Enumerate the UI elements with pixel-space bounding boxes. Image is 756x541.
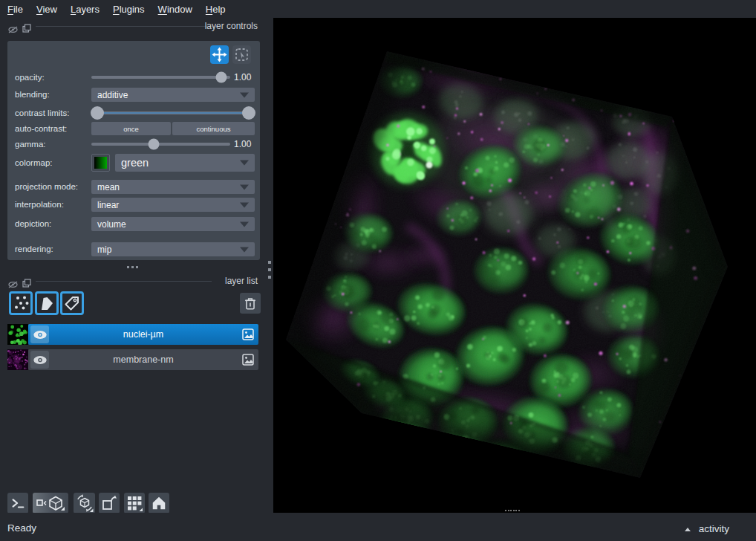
menu-plugins[interactable]: Plugins bbox=[113, 4, 145, 15]
image-layer-icon bbox=[242, 328, 254, 343]
menu-window[interactable]: Window bbox=[158, 4, 192, 15]
opacity-label: opacity: bbox=[15, 73, 45, 82]
menu-layers[interactable]: Layers bbox=[71, 4, 100, 15]
projection-mode-dropdown[interactable]: mean bbox=[91, 180, 255, 194]
console-icon bbox=[10, 495, 26, 511]
depiction-value: volume bbox=[97, 219, 126, 230]
gamma-slider-handle[interactable] bbox=[149, 139, 160, 150]
colormap-label: colormap: bbox=[15, 158, 53, 167]
hide-dock-icon[interactable] bbox=[8, 23, 18, 36]
contrast-limits-slider[interactable] bbox=[91, 111, 255, 114]
colormap-gradient bbox=[94, 157, 107, 169]
projection-mode-value: mean bbox=[97, 182, 120, 192]
activity-expand-icon bbox=[685, 528, 691, 531]
grid-icon bbox=[126, 494, 143, 512]
contrast-min-handle[interactable] bbox=[91, 106, 104, 120]
layer-thumbnail-membrane bbox=[7, 349, 28, 370]
console-button[interactable] bbox=[7, 493, 28, 514]
interpolation-dropdown[interactable]: linear bbox=[91, 198, 255, 212]
toggle-ndisplay-button[interactable] bbox=[33, 493, 68, 514]
contrast-limits-label: contrast limits: bbox=[15, 108, 70, 117]
viewer-canvas[interactable] bbox=[273, 18, 756, 513]
auto-contrast-once-button[interactable]: once bbox=[91, 122, 171, 135]
layer-controls-panel: opacity: 1.00 blending: additive contras… bbox=[7, 41, 260, 260]
grid-view-button[interactable] bbox=[124, 493, 145, 514]
chevron-down-icon bbox=[240, 92, 249, 97]
depiction-label: depiction: bbox=[15, 219, 51, 228]
contrast-range-fill bbox=[97, 112, 249, 114]
layer-list-dock-title: layer list bbox=[0, 276, 273, 288]
chevron-down-icon bbox=[240, 221, 249, 227]
rendering-label: rendering: bbox=[15, 244, 53, 253]
menu-file[interactable]: File bbox=[7, 4, 23, 15]
projection-mode-label: projection mode: bbox=[15, 182, 78, 191]
chevron-down-icon bbox=[240, 184, 249, 189]
shapes-icon bbox=[37, 294, 56, 313]
contrast-max-handle[interactable] bbox=[242, 106, 255, 120]
layer-list-title: layer list bbox=[225, 276, 258, 287]
dock-title-line bbox=[36, 26, 218, 27]
home-icon bbox=[151, 495, 167, 511]
transpose-icon bbox=[100, 494, 118, 512]
delete-layer-button[interactable] bbox=[240, 293, 261, 314]
interpolation-label: interpolation: bbox=[15, 200, 64, 209]
roll-dimensions-button[interactable] bbox=[74, 493, 95, 514]
new-points-layer-button[interactable] bbox=[9, 291, 33, 315]
continuous-label: continuous bbox=[197, 125, 231, 133]
colormap-value: green bbox=[121, 157, 149, 169]
opacity-slider-handle[interactable] bbox=[216, 72, 227, 83]
activity-button[interactable]: activity bbox=[699, 523, 729, 534]
layer-controls-dock-title: layer controls bbox=[0, 21, 273, 33]
interpolation-value: linear bbox=[97, 200, 119, 210]
gamma-slider[interactable] bbox=[91, 143, 230, 146]
gamma-label: gamma: bbox=[15, 140, 46, 149]
transform-button[interactable] bbox=[232, 45, 251, 64]
menu-view[interactable]: View bbox=[36, 4, 57, 15]
rendering-value: mip bbox=[97, 244, 111, 255]
layer-name: nuclei-µm bbox=[28, 324, 258, 345]
new-labels-layer-button[interactable] bbox=[60, 291, 84, 315]
image-layer-icon bbox=[242, 354, 254, 369]
blending-dropdown[interactable]: additive bbox=[91, 88, 255, 102]
transpose-dimensions-button[interactable] bbox=[99, 493, 120, 514]
home-button[interactable] bbox=[149, 493, 169, 514]
pan-zoom-button[interactable] bbox=[210, 45, 229, 64]
float-dock-icon[interactable] bbox=[22, 277, 31, 291]
trash-icon bbox=[242, 295, 258, 311]
menu-help[interactable]: Help bbox=[206, 4, 226, 15]
panel-resize-handle[interactable] bbox=[127, 266, 138, 268]
status-bar: Ready activity bbox=[0, 513, 756, 541]
canvas-resize-handle[interactable] bbox=[505, 510, 520, 511]
volume-rendering bbox=[273, 18, 756, 513]
depiction-dropdown[interactable]: volume bbox=[91, 217, 255, 231]
dock-title-line bbox=[36, 281, 212, 282]
opacity-slider[interactable] bbox=[91, 76, 230, 79]
blending-label: blending: bbox=[15, 90, 50, 99]
menu-bar: File View Layers Plugins Window Help bbox=[0, 0, 756, 18]
napari-window: { "menubar": { "items": ["File", "View",… bbox=[0, 0, 756, 541]
colormap-dropdown[interactable]: green bbox=[115, 154, 255, 172]
layer-thumbnail-nuclei bbox=[7, 324, 28, 345]
gamma-value: 1.00 bbox=[234, 139, 251, 149]
layer-controls-title: layer controls bbox=[205, 21, 258, 32]
colormap-swatch[interactable] bbox=[91, 154, 110, 172]
points-icon bbox=[11, 294, 30, 313]
once-label: once bbox=[123, 125, 139, 133]
roll-dimensions-icon bbox=[75, 493, 94, 513]
labels-icon bbox=[62, 294, 82, 313]
status-text: Ready bbox=[7, 522, 36, 534]
chevron-down-icon bbox=[240, 202, 249, 207]
layer-row-nuclei[interactable]: nuclei-µm bbox=[28, 324, 258, 345]
chevron-down-icon bbox=[240, 247, 249, 252]
float-dock-icon[interactable] bbox=[22, 22, 31, 36]
ndisplay-3d-icon bbox=[34, 494, 67, 512]
auto-contrast-label: auto-contrast: bbox=[15, 124, 67, 133]
layer-name: membrane-nm bbox=[28, 349, 258, 370]
rendering-dropdown[interactable]: mip bbox=[91, 242, 255, 256]
layer-row-membrane[interactable]: membrane-nm bbox=[28, 349, 258, 370]
blending-value: additive bbox=[97, 90, 128, 100]
new-shapes-layer-button[interactable] bbox=[35, 291, 59, 315]
auto-contrast-continuous-button[interactable]: continuous bbox=[172, 122, 255, 135]
chevron-down-icon bbox=[240, 161, 249, 166]
hide-dock-icon[interactable] bbox=[8, 278, 18, 291]
